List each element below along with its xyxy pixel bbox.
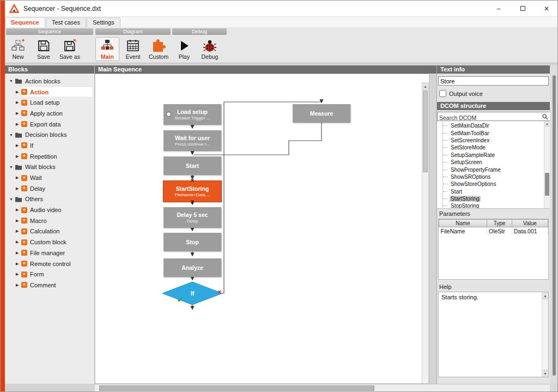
chevron-right-icon[interactable]: ▶: [16, 100, 21, 105]
chevron-right-icon[interactable]: ▶: [16, 143, 21, 148]
close-button[interactable]: ✕: [535, 1, 558, 16]
chevron-down-icon[interactable]: ▼: [9, 165, 15, 169]
tree-folder-action-blocks[interactable]: ▼ Action blocks: [5, 76, 94, 87]
flow-node-measure[interactable]: Measure: [293, 104, 350, 123]
dcom-item[interactable]: SetScreenIndex: [443, 137, 550, 144]
column-header-type[interactable]: Type: [487, 220, 512, 227]
custom-diagram-button[interactable]: Custom: [147, 37, 171, 61]
dcom-item[interactable]: StopStoring: [443, 202, 550, 209]
dcom-item[interactable]: SetupSampleRate: [443, 152, 550, 159]
flow-node-if[interactable]: If: [162, 282, 222, 305]
flow-node-analyze[interactable]: Analyze: [163, 258, 221, 277]
tree-item-apply-action[interactable]: ▶ +Apply action: [5, 108, 94, 119]
chevron-down-icon[interactable]: ▼: [9, 133, 15, 137]
canvas-scrollbar-thumb[interactable]: [423, 91, 428, 172]
flow-node-stop[interactable]: Stop: [163, 233, 221, 251]
flow-node-load-setup[interactable]: Load setup Breaker Trigger ...: [163, 104, 221, 125]
sequence-canvas[interactable]: Load setup Breaker Trigger ... Wait for …: [95, 74, 429, 384]
selection-handle-icon[interactable]: ✕: [190, 199, 195, 204]
tree-item-wait[interactable]: ▶ +Wait: [5, 172, 94, 183]
chevron-right-icon[interactable]: ▶: [16, 219, 21, 223]
tree-folder-decision-blocks[interactable]: ▼ Decision blocks: [5, 129, 94, 140]
save-as-button[interactable]: Save as: [57, 37, 82, 61]
play-button[interactable]: Play: [172, 37, 196, 61]
breakpoint-circle[interactable]: [166, 112, 171, 117]
parameter-value[interactable]: Data.001: [512, 227, 548, 235]
chevron-right-icon[interactable]: ▶: [16, 176, 21, 180]
window-vertical-scrollbar[interactable]: [550, 65, 558, 384]
tree-item-form[interactable]: ▶ +Form: [5, 269, 94, 280]
dcom-scrollbar-thumb[interactable]: [545, 173, 549, 196]
horizontal-scrollbar-thumb[interactable]: [99, 385, 374, 391]
canvas-vertical-scrollbar[interactable]: ▲ ▼: [422, 82, 429, 384]
event-diagram-button[interactable]: Event: [121, 37, 145, 61]
window-vertical-scrollbar-thumb[interactable]: [553, 75, 556, 376]
dcom-item[interactable]: SetupScreen: [443, 159, 550, 166]
chevron-right-icon[interactable]: ▶: [16, 240, 21, 244]
tree-item-file-manager[interactable]: ▶ +File manager: [5, 248, 94, 258]
tree-item-export-data[interactable]: ▶ +Export data: [5, 119, 94, 130]
selection-handle-icon[interactable]: ✕: [190, 178, 195, 183]
search-icon[interactable]: [542, 114, 548, 120]
debug-button[interactable]: Debug: [198, 37, 222, 61]
flow-node-delay[interactable]: Delay 5 sec Delay: [163, 207, 221, 228]
main-diagram-button[interactable]: Main: [95, 37, 119, 61]
tree-item-macro[interactable]: ▶ +Macro: [5, 215, 94, 226]
flow-node-start[interactable]: Start: [163, 156, 221, 175]
dcom-item[interactable]: Start: [443, 188, 550, 195]
chevron-down-icon[interactable]: ▼: [9, 197, 15, 201]
chevron-right-icon[interactable]: ▶: [16, 283, 21, 287]
parameter-row[interactable]: FileName OleStr Data.001: [439, 227, 548, 235]
text-info-input[interactable]: [438, 76, 549, 86]
tree-item-audio-video[interactable]: ▶ +Audio video: [5, 204, 94, 215]
tree-item-repetition[interactable]: ▶ +Repetition: [5, 151, 94, 162]
save-button[interactable]: Save: [32, 37, 56, 61]
dcom-list-scrollbar[interactable]: ▲: [544, 121, 550, 209]
dcom-item[interactable]: ShowSROptions: [443, 173, 550, 180]
column-header-value[interactable]: Value: [512, 220, 548, 227]
minimize-button[interactable]: –: [487, 1, 511, 16]
chevron-right-icon[interactable]: ▶: [16, 251, 21, 255]
tab-test-cases[interactable]: Test cases: [46, 17, 86, 27]
help-scrollbar[interactable]: ▲ ▼: [542, 292, 548, 377]
tree-item-calculation[interactable]: ▶ +Calculation: [5, 226, 94, 237]
flow-node-wait-for-user[interactable]: Wait for user Press continue t...: [163, 130, 221, 151]
tree-item-load-setup[interactable]: ▶ +Load setup: [5, 97, 94, 108]
scroll-up-icon[interactable]: ▲: [542, 292, 548, 299]
dcom-item[interactable]: SetStoreMode: [443, 144, 550, 151]
dcom-item[interactable]: ShowPropertyFrame: [443, 166, 550, 173]
tree-folder-wait-blocks[interactable]: ▼ Wait blocks: [5, 162, 94, 173]
tree-item-if[interactable]: ▶ +If: [5, 140, 94, 151]
output-voice-checkbox[interactable]: [439, 90, 446, 97]
tree-folder-others[interactable]: ▼ Others: [5, 194, 94, 205]
dcom-item[interactable]: ShowStoreOptions: [443, 180, 550, 188]
new-button[interactable]: New: [6, 37, 30, 61]
chevron-right-icon[interactable]: ▶: [16, 90, 21, 94]
tab-settings[interactable]: Settings: [87, 17, 120, 27]
tab-sequence[interactable]: Sequence: [5, 17, 45, 27]
chevron-right-icon[interactable]: ▶: [16, 186, 21, 191]
tree-item-delay[interactable]: ▶ +Delay: [5, 183, 94, 194]
horizontal-scrollbar[interactable]: [95, 384, 550, 391]
chevron-right-icon[interactable]: ▶: [16, 154, 21, 159]
tree-item-comment[interactable]: ▶ +Comment: [5, 280, 94, 291]
chevron-right-icon[interactable]: ▶: [16, 122, 21, 126]
scroll-up-icon[interactable]: ▲: [544, 121, 550, 126]
tree-item-action[interactable]: ▶ +Action: [5, 87, 94, 98]
scroll-down-icon[interactable]: ▼: [542, 370, 548, 377]
column-header-name[interactable]: Name: [439, 220, 487, 227]
dcom-list[interactable]: SetMainDataDir SetMainToolBar SetScreenI…: [437, 121, 550, 209]
maximize-button[interactable]: [511, 1, 535, 16]
chevron-right-icon[interactable]: ▶: [16, 272, 21, 276]
dcom-item-selected[interactable]: StartStoring: [443, 195, 550, 202]
tree-item-custom-block[interactable]: ▶ +Custom block: [5, 237, 94, 248]
chevron-right-icon[interactable]: ▶: [16, 111, 21, 116]
chevron-right-icon[interactable]: ▶: [16, 208, 21, 212]
dcom-item[interactable]: SetMainDataDir: [443, 122, 550, 129]
dcom-item[interactable]: SetMainToolBar: [443, 129, 550, 136]
chevron-right-icon[interactable]: ▶: [16, 262, 21, 266]
chevron-down-icon[interactable]: ▼: [9, 79, 15, 83]
scroll-up-icon[interactable]: ▲: [422, 83, 428, 90]
tree-item-remote-control[interactable]: ▶ +Remote control: [5, 258, 94, 269]
chevron-right-icon[interactable]: ▶: [16, 229, 21, 233]
